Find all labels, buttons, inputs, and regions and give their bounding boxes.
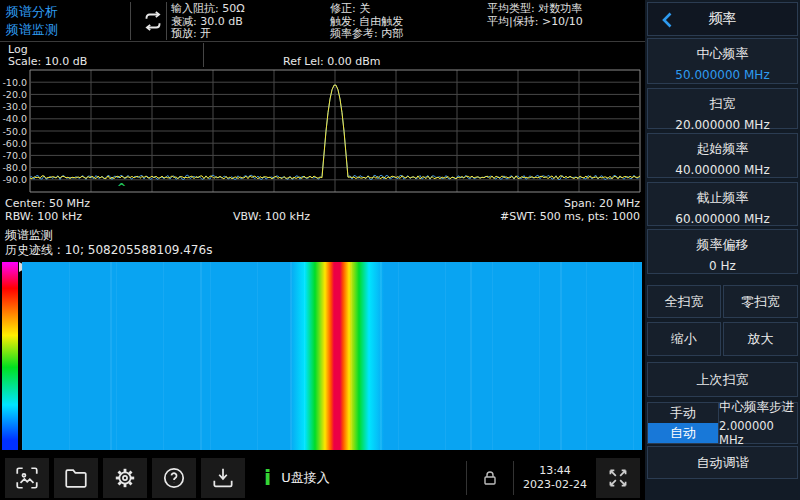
divider — [513, 461, 514, 495]
start-frequency-button[interactable]: 起始频率 40.000000 MHz — [647, 133, 798, 178]
center-frequency-button[interactable]: 中心频率 50.000000 MHz — [647, 38, 798, 84]
top-status-bar: 频谱分析 频谱监测 输入阻抗: 50Ω衰减: 30.0 dB预放: 开 修正: … — [0, 0, 645, 42]
screenshot-button[interactable] — [5, 458, 49, 498]
expand-arrows-icon — [605, 465, 631, 491]
divider — [166, 2, 167, 40]
sidebar-header-back[interactable]: 频率 — [647, 2, 798, 36]
center-frequency-step-button[interactable]: 中心频率步进 2.000000 MHz — [719, 403, 797, 443]
zoom-out-button[interactable]: 缩小 — [647, 322, 721, 356]
auto-tune-button[interactable]: 自动调谐 — [647, 446, 798, 479]
full-span-button[interactable]: 全扫宽 — [647, 285, 721, 318]
spectrum-trace-canvas: -10.0-20.0-30.0-40.0-50.0-60.0-70.0-80.0… — [0, 62, 645, 198]
history-trace-readout: 历史迹线 : 10; 508205588109.476s — [5, 243, 212, 258]
spectrum-plot: -10.0-20.0-30.0-40.0-50.0-60.0-70.0-80.0… — [0, 62, 645, 198]
zero-span-button[interactable]: 零扫宽 — [723, 285, 798, 318]
svg-text:-20.0: -20.0 — [2, 89, 27, 100]
sidebar-title: 频率 — [709, 10, 737, 28]
frequency-offset-button[interactable]: 频率偏移 0 Hz — [647, 229, 798, 274]
svg-text:-50.0: -50.0 — [2, 126, 27, 137]
clock: 13:44 2023-02-24 — [519, 464, 591, 492]
svg-text:-30.0: -30.0 — [2, 101, 27, 112]
help-icon — [161, 465, 187, 491]
fullscreen-button[interactable] — [596, 458, 640, 498]
stop-frequency-button[interactable]: 截止频率 60.000000 MHz — [647, 182, 798, 226]
input-settings-readout: 输入阻抗: 50Ω衰减: 30.0 dB预放: 开 — [171, 3, 245, 41]
settings-button[interactable] — [103, 458, 147, 498]
step-mode-toggle: 手动 自动 — [648, 403, 719, 443]
rbw-readout: RBW: 100 kHz — [5, 210, 82, 223]
svg-text:-40.0: -40.0 — [2, 113, 27, 124]
mode-menu: 频谱分析 频谱监测 — [6, 3, 58, 39]
span-button[interactable]: 扫宽 20.000000 MHz — [647, 88, 798, 129]
center-frequency-step-control: 手动 自动 中心频率步进 2.000000 MHz — [647, 402, 798, 444]
screenshot-icon — [14, 465, 40, 491]
time-readout: 13:44 — [519, 464, 591, 478]
vbw-readout: VBW: 100 kHz — [233, 210, 310, 223]
menu-spectrum-monitor[interactable]: 频谱监测 — [6, 21, 58, 39]
svg-text:-70.0: -70.0 — [2, 150, 27, 161]
center-frequency-readout: Center: 50 MHz — [5, 197, 90, 210]
average-settings-readout: 平均类型: 对数功率平均|保持: >10/10 — [487, 3, 583, 28]
svg-text:-60.0: -60.0 — [2, 138, 27, 149]
divider — [130, 2, 131, 40]
svg-text:-90.0: -90.0 — [2, 174, 27, 185]
svg-text:-80.0: -80.0 — [2, 162, 27, 173]
gear-icon — [112, 465, 138, 491]
divider — [466, 461, 467, 495]
save-button[interactable] — [201, 458, 245, 498]
monitor-header: 频谱监测 历史迹线 : 10; 508205588109.476s — [5, 228, 212, 257]
step-auto-option[interactable]: 自动 — [648, 423, 718, 443]
folder-icon — [63, 465, 89, 491]
lock-icon — [482, 469, 498, 487]
waterfall-colorbar — [2, 262, 18, 450]
sweep-time-readout: #SWT: 500 ms, pts: 1000 — [500, 210, 640, 223]
back-chevron-icon — [661, 11, 673, 29]
waterfall-display — [22, 262, 642, 450]
date-readout: 2023-02-24 — [519, 478, 591, 492]
file-manager-button[interactable] — [54, 458, 98, 498]
help-button[interactable] — [152, 458, 196, 498]
info-icon: i — [264, 468, 271, 488]
menu-spectrum-analysis[interactable]: 频谱分析 — [6, 3, 58, 21]
trigger-settings-readout: 修正: 关触发: 自由触发频率参考: 内部 — [330, 3, 403, 41]
last-span-button[interactable]: 上次扫宽 — [647, 362, 798, 397]
bottom-toolbar: i U盘接入 13:44 2023-02-24 — [0, 455, 645, 500]
sidebar-frequency-menu: 频率 中心频率 50.000000 MHz 扫宽 20.000000 MHz 起… — [645, 0, 800, 500]
usb-status: i U盘接入 — [264, 468, 330, 488]
monitor-title: 频谱监测 — [5, 228, 212, 243]
lock-indicator — [472, 469, 508, 487]
span-readout: Span: 20 MHz — [564, 197, 640, 210]
step-manual-option[interactable]: 手动 — [648, 403, 718, 423]
svg-text:^: ^ — [117, 181, 126, 194]
sweep-loop-button[interactable] — [136, 6, 170, 36]
download-icon — [210, 465, 236, 491]
loop-icon — [139, 8, 167, 34]
svg-text:-10.0: -10.0 — [2, 77, 27, 88]
zoom-in-button[interactable]: 放大 — [723, 322, 798, 356]
usb-status-label: U盘接入 — [281, 469, 330, 487]
